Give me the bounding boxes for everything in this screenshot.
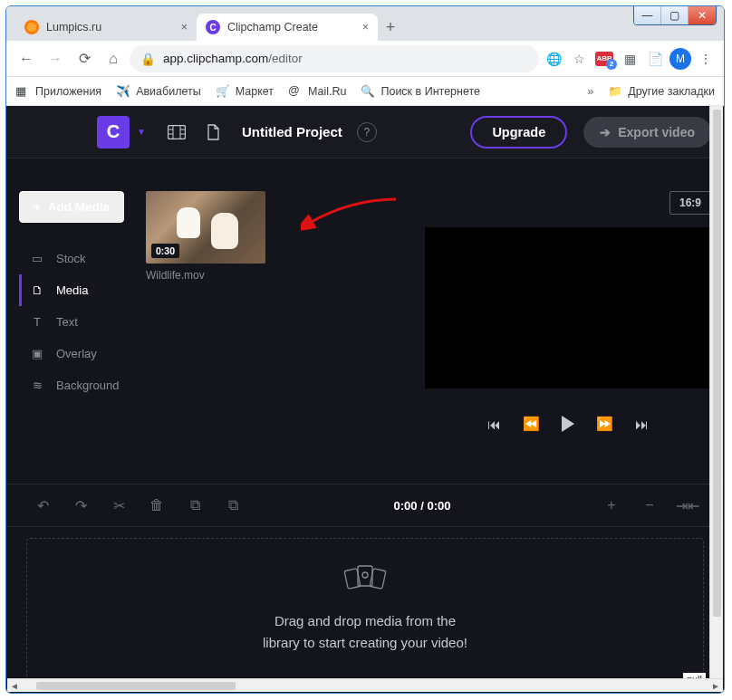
forward-button[interactable]: → bbox=[43, 46, 68, 72]
apps-label: Приложения bbox=[35, 85, 101, 98]
skip-start-icon[interactable]: ⏮ bbox=[487, 417, 501, 432]
sidebar-label: Text bbox=[56, 315, 78, 329]
minimize-button[interactable]: — bbox=[634, 6, 661, 24]
tab-close-icon[interactable]: × bbox=[181, 21, 188, 34]
help-icon[interactable]: ? bbox=[357, 122, 377, 142]
annotation-arrow bbox=[301, 197, 400, 233]
add-media-button[interactable]: + Add Media bbox=[19, 191, 124, 223]
kebab-menu-icon[interactable]: ⋮ bbox=[695, 48, 717, 70]
sidebar-item-text[interactable]: T Text bbox=[22, 306, 146, 338]
upgrade-button[interactable]: Upgrade bbox=[470, 116, 567, 149]
bookmark-label: Поиск в Интернете bbox=[380, 85, 480, 98]
search-icon: 🔍 bbox=[361, 84, 375, 99]
profile-avatar[interactable]: M bbox=[669, 48, 691, 70]
clipchamp-logo[interactable]: C bbox=[97, 116, 130, 149]
duplicate-icon[interactable]: ⧉ bbox=[224, 497, 242, 513]
sidebar: + Add Media ▭ Stock 🗋 Media T Text bbox=[19, 191, 146, 475]
dropzone-text-1: Drag and drop media from the bbox=[27, 610, 703, 632]
other-bookmarks[interactable]: 📁 Другие закладки bbox=[608, 84, 715, 99]
pdf-extension-icon[interactable]: 📄 bbox=[644, 48, 666, 70]
arrow-right-icon: ➔ bbox=[600, 125, 611, 139]
sidebar-item-media[interactable]: 🗋 Media bbox=[19, 274, 146, 306]
tab-title: Clipchamp Create bbox=[227, 21, 318, 34]
fit-icon[interactable]: ⇥⇤ bbox=[679, 497, 697, 514]
sidebar-label: Background bbox=[56, 379, 119, 392]
sidebar-item-stock[interactable]: ▭ Stock bbox=[22, 243, 146, 274]
delete-icon[interactable]: 🗑 bbox=[148, 497, 166, 513]
mail-icon: @ bbox=[288, 84, 303, 99]
zoom-in-icon[interactable]: + bbox=[602, 497, 621, 513]
copy-icon[interactable]: ⧉ bbox=[186, 497, 204, 513]
abp-extension-icon[interactable]: ABP bbox=[593, 48, 615, 70]
transport-controls: ⏮ ⏪ ⏩ ⏭ bbox=[425, 416, 711, 432]
sidebar-label: Stock bbox=[56, 252, 86, 265]
horizontal-scrollbar[interactable]: ◄ ► bbox=[7, 678, 723, 692]
extension-icon[interactable]: ▦ bbox=[619, 48, 640, 70]
bookmark-item[interactable]: 🔍 Поиск в Интернете bbox=[361, 84, 480, 99]
export-button[interactable]: ➔ Export video bbox=[583, 117, 711, 148]
preview-panel: 16:9 ⏮ ⏪ ⏩ ⏭ bbox=[425, 191, 711, 475]
bookmark-label: Mail.Ru bbox=[308, 85, 346, 98]
play-icon[interactable] bbox=[562, 416, 574, 432]
bookmark-item[interactable]: ✈️ Авиабилеты bbox=[116, 84, 201, 99]
media-filename: Wildlife.mov bbox=[146, 269, 327, 282]
clipchamp-favicon-icon: C bbox=[206, 20, 220, 34]
sidebar-item-overlay[interactable]: ▣ Overlay bbox=[22, 338, 146, 369]
media-thumbnail[interactable]: 0:30 bbox=[146, 191, 265, 264]
other-bookmarks-label: Другие закладки bbox=[628, 85, 715, 98]
sidebar-item-background[interactable]: ≋ Background bbox=[22, 369, 146, 401]
fast-forward-icon[interactable]: ⏩ bbox=[596, 416, 613, 432]
tab-close-icon[interactable]: × bbox=[362, 21, 369, 34]
overlay-icon: ▣ bbox=[29, 347, 45, 360]
vertical-scrollbar[interactable] bbox=[709, 106, 723, 678]
bookmark-item[interactable]: 🛒 Маркет bbox=[216, 84, 274, 99]
new-tab-button[interactable]: + bbox=[378, 14, 403, 40]
browser-tab-lumpics[interactable]: Lumpics.ru × bbox=[15, 14, 197, 41]
reload-button[interactable]: ⟳ bbox=[72, 46, 97, 72]
dropzone-text-2: library to start creating your video! bbox=[27, 632, 703, 654]
lumpics-favicon-icon bbox=[24, 20, 39, 34]
url-text: app.clipchamp.com/editor bbox=[163, 52, 303, 65]
address-bar: ← → ⟳ ⌂ 🔒 app.clipchamp.com/editor 🌐 ☆ A… bbox=[6, 41, 724, 77]
background-icon: ≋ bbox=[29, 379, 45, 392]
timeline-time: 0:00 / 0:00 bbox=[394, 499, 451, 513]
logo-dropdown-icon[interactable]: ▼ bbox=[137, 127, 146, 137]
split-icon[interactable]: ✂ bbox=[110, 497, 128, 514]
home-button[interactable]: ⌂ bbox=[101, 46, 126, 72]
preview-canvas[interactable] bbox=[425, 227, 711, 388]
plane-icon: ✈️ bbox=[116, 84, 130, 99]
scroll-right-icon[interactable]: ► bbox=[708, 679, 723, 693]
browser-tab-clipchamp[interactable]: C Clipchamp Create × bbox=[197, 14, 378, 41]
clipchamp-app: C ▼ Untitled Project ? Upgrade ➔ Export … bbox=[6, 106, 724, 693]
translate-icon[interactable]: 🌐 bbox=[543, 48, 564, 70]
export-label: Export video bbox=[618, 125, 695, 139]
media-library: 0:30 Wildlife.mov bbox=[146, 191, 327, 475]
tab-title: Lumpics.ru bbox=[46, 21, 101, 34]
bookmarks-overflow[interactable]: » bbox=[587, 85, 593, 98]
aspect-ratio-button[interactable]: 16:9 bbox=[669, 191, 711, 215]
bookmark-label: Маркет bbox=[236, 85, 274, 98]
omnibox[interactable]: 🔒 app.clipchamp.com/editor bbox=[130, 45, 539, 72]
thumbnail-duration: 0:30 bbox=[151, 244, 179, 258]
close-button[interactable]: ✕ bbox=[689, 6, 716, 24]
project-name[interactable]: Untitled Project bbox=[242, 124, 342, 139]
apps-button[interactable]: ▦ Приложения bbox=[15, 84, 101, 99]
video-library-icon[interactable] bbox=[162, 118, 191, 147]
star-icon[interactable]: ☆ bbox=[568, 48, 590, 70]
bookmark-item[interactable]: @ Mail.Ru bbox=[288, 84, 346, 99]
redo-icon[interactable]: ↷ bbox=[72, 497, 90, 514]
skip-end-icon[interactable]: ⏭ bbox=[635, 417, 649, 432]
back-button[interactable]: ← bbox=[14, 46, 39, 72]
document-icon[interactable] bbox=[198, 118, 227, 147]
zoom-out-icon[interactable]: − bbox=[640, 497, 659, 513]
timeline-dropzone[interactable]: Drag and drop media from the library to … bbox=[26, 538, 704, 682]
rewind-icon[interactable]: ⏪ bbox=[523, 416, 540, 432]
maximize-button[interactable]: ▢ bbox=[661, 6, 689, 24]
scroll-left-icon[interactable]: ◄ bbox=[7, 679, 22, 693]
bookmark-label: Авиабилеты bbox=[136, 85, 201, 98]
text-icon: T bbox=[29, 315, 45, 329]
bookmarks-bar: ▦ Приложения ✈️ Авиабилеты 🛒 Маркет @ Ma… bbox=[6, 77, 724, 106]
cart-icon: 🛒 bbox=[216, 84, 230, 99]
undo-icon[interactable]: ↶ bbox=[34, 497, 52, 514]
app-toolbar: C ▼ Untitled Project ? Upgrade ➔ Export … bbox=[6, 106, 724, 158]
